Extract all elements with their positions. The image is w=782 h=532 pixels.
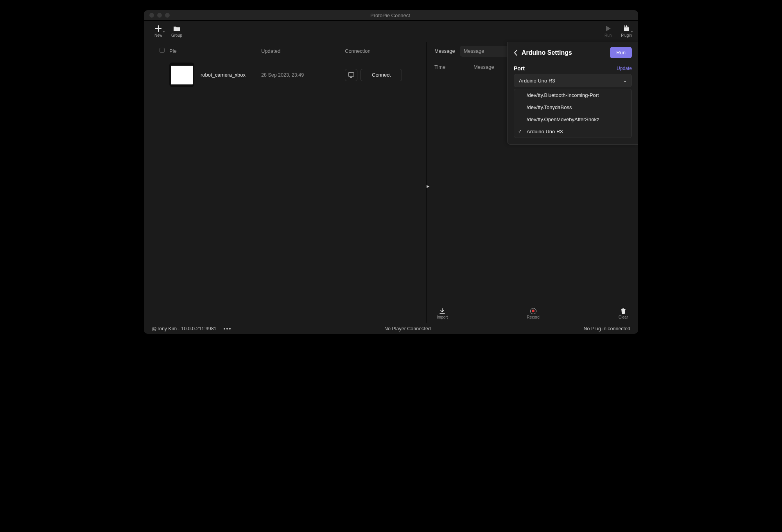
connect-button[interactable]: Connect <box>361 69 402 81</box>
column-headers: Pie Updated Connection <box>144 42 426 59</box>
back-button[interactable] <box>514 50 518 56</box>
svg-rect-0 <box>348 73 354 76</box>
project-updated: 28 Sep 2023, 23:49 <box>261 72 345 78</box>
message-toolbar: Import Record Clear <box>427 304 638 323</box>
port-option[interactable]: /dev/tty.TonydaBoss <box>514 101 631 113</box>
clear-button[interactable]: Clear <box>615 308 632 319</box>
project-list-pane: Pie Updated Connection robot_camera_xbox… <box>144 42 426 323</box>
more-menu-button[interactable]: ••• <box>224 326 232 331</box>
port-selected-value: Arduino Uno R3 <box>519 78 555 84</box>
port-option[interactable]: /dev/tty.Bluetooth-Incoming-Port <box>514 89 631 101</box>
port-label: Port <box>514 65 525 72</box>
arduino-settings-panel: Arduino Settings Run Port Update Arduino… <box>507 42 638 145</box>
plus-icon <box>154 25 163 32</box>
new-label: New <box>154 33 162 38</box>
project-thumbnail <box>169 63 194 87</box>
record-button[interactable]: Record <box>523 308 543 319</box>
chevron-down-icon: ⌄ <box>623 78 627 83</box>
panel-run-button[interactable]: Run <box>610 47 632 58</box>
run-toolbar-button[interactable]: Run <box>604 25 612 38</box>
window-title: ProtoPie Connect <box>148 13 633 18</box>
col-updated: Updated <box>261 48 345 54</box>
import-button[interactable]: Import <box>433 308 452 319</box>
import-icon <box>439 308 445 314</box>
project-row[interactable]: robot_camera_xbox 28 Sep 2023, 23:49 Con… <box>144 59 426 91</box>
port-dropdown: /dev/tty.Bluetooth-Incoming-Port /dev/tt… <box>514 89 632 138</box>
plugin-button[interactable]: Plugin <box>621 25 632 38</box>
chevron-left-icon <box>514 50 518 56</box>
status-player: No Player Connected <box>384 326 431 331</box>
status-user: @Tony Kim - 10.0.0.211:9981 <box>152 326 217 331</box>
play-icon <box>604 25 612 32</box>
col-connection: Connection <box>345 48 418 54</box>
app-window: ProtoPie Connect New Group <box>144 10 638 334</box>
col-pie: Pie <box>169 48 261 54</box>
panel-title: Arduino Settings <box>522 49 572 56</box>
select-all-checkbox[interactable] <box>160 48 165 53</box>
record-icon <box>530 308 536 314</box>
port-option[interactable]: /dev/tty.OpenMovebyAfterShokz <box>514 113 631 125</box>
message-label: Message <box>434 48 455 54</box>
message-pane: Message Message Time Message Import Reco… <box>426 42 638 323</box>
new-button[interactable]: New <box>154 25 163 38</box>
content-area: Pie Updated Connection robot_camera_xbox… <box>144 42 638 323</box>
port-select[interactable]: Arduino Uno R3 ⌄ <box>514 74 632 87</box>
trash-icon <box>621 308 626 314</box>
folder-icon <box>172 25 181 32</box>
main-toolbar: New Group Run Plugin <box>144 21 638 42</box>
status-bar: @Tony Kim - 10.0.0.211:9981 ••• No Playe… <box>144 323 638 334</box>
status-plugin: No Plug-in connected <box>583 326 630 331</box>
titlebar: ProtoPie Connect <box>144 10 638 21</box>
plugin-icon <box>622 25 631 32</box>
monitor-icon <box>348 72 354 78</box>
project-name: robot_camera_xbox <box>201 72 246 78</box>
col-time: Time <box>434 64 474 70</box>
plugin-label: Plugin <box>621 33 632 38</box>
run-label: Run <box>604 33 612 38</box>
update-link[interactable]: Update <box>617 66 632 71</box>
port-option[interactable]: Arduino Uno R3 <box>514 125 631 138</box>
group-label: Group <box>171 33 182 38</box>
preview-device-button[interactable] <box>345 69 357 81</box>
group-button[interactable]: Group <box>171 25 182 38</box>
